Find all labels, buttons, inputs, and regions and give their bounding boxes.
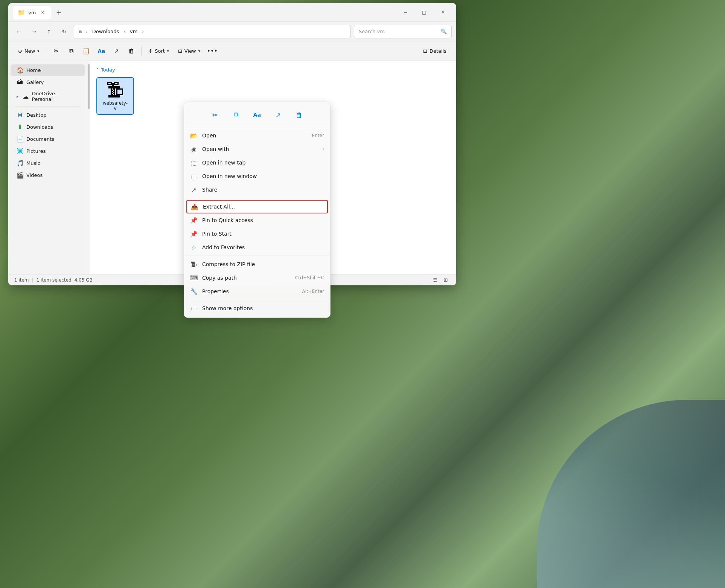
ctx-share-label: Share	[202, 187, 324, 193]
ctx-open-with[interactable]: ◉ Open with ›	[184, 142, 330, 156]
downloads-icon: ⬇	[17, 123, 23, 131]
address-bar[interactable]: 🖥 › Downloads › vm ›	[73, 25, 351, 38]
list-view-button[interactable]: ☰	[431, 276, 440, 285]
view-button[interactable]: ⊞ View ▾	[174, 46, 204, 56]
address-bar-row: ← → ↑ ↻ 🖥 › Downloads › vm › Search vm 🔍	[8, 22, 456, 41]
pictures-icon: 🖼	[17, 148, 23, 155]
ctx-openwith-arrow: ›	[322, 146, 324, 152]
ctx-extract-all[interactable]: 📤 Extract All...	[186, 200, 328, 213]
ctx-newwindow-label: Open in new window	[202, 173, 324, 179]
new-button[interactable]: ⊕ New ▾	[14, 46, 43, 56]
ctx-add-favorites[interactable]: ☆ Add to Favorites	[184, 241, 330, 254]
sort-icon: ↕	[148, 48, 152, 54]
zip-folder-icon: 🗜	[106, 81, 124, 99]
maximize-button[interactable]: □	[416, 6, 433, 18]
ctx-showmore-label: Show more options	[202, 305, 324, 311]
sidebar-item-desktop[interactable]: 🖥 Desktop 📌	[11, 109, 85, 121]
paste-button[interactable]: 📋	[79, 44, 93, 58]
ctx-extract-label: Extract All...	[203, 204, 323, 210]
back-button[interactable]: ←	[13, 26, 25, 38]
ctx-delete-button[interactable]: 🗑	[292, 107, 307, 122]
rename-button[interactable]: Aa	[94, 44, 108, 58]
gallery-icon: 🏔	[17, 79, 23, 86]
sidebar-item-gallery[interactable]: 🏔 Gallery	[11, 76, 85, 88]
new-icon: ⊕	[18, 48, 22, 54]
sidebar-item-documents[interactable]: 📄 Documents 📌	[11, 133, 85, 145]
home-icon: 🏠	[17, 67, 23, 74]
ctx-properties-shortcut: Alt+Enter	[302, 289, 324, 294]
ctx-sep-1	[184, 198, 330, 198]
tab-item-vm[interactable]: 📁 vm ✕	[13, 6, 51, 19]
delete-icon: 🗑	[128, 47, 134, 55]
up-button[interactable]: ↑	[43, 26, 55, 38]
ctx-extract-icon: 📤	[191, 203, 198, 210]
ctx-properties-icon: 🔧	[190, 288, 198, 295]
copy-button[interactable]: ⧉	[64, 44, 78, 58]
ctx-share[interactable]: ↗ Share	[184, 183, 330, 197]
sidebar-scrollbar[interactable]	[87, 61, 90, 274]
context-menu-toolbar: ✂ ⧉ Aa ↗ 🗑	[184, 104, 330, 127]
ctx-pin-quick[interactable]: 📌 Pin to Quick access	[184, 213, 330, 227]
cut-button[interactable]: ✂	[49, 44, 63, 58]
new-chevron: ▾	[37, 49, 39, 53]
ctx-open-new-window[interactable]: ⬚ Open in new window	[184, 169, 330, 183]
ctx-show-more[interactable]: ⬚ Show more options	[184, 302, 330, 315]
window-controls: − □ ✕	[397, 6, 452, 18]
toolbar-sep-2	[141, 47, 142, 56]
file-name-websafety: websafety-v	[103, 101, 128, 111]
share-button[interactable]: ↗	[110, 44, 123, 58]
view-icon: ⊞	[178, 48, 182, 54]
ctx-rename-button[interactable]: Aa	[250, 107, 265, 122]
sidebar-item-pictures[interactable]: 🖼 Pictures 📌	[11, 145, 85, 157]
ctx-open-new-tab[interactable]: ⬚ Open in new tab	[184, 156, 330, 169]
ctx-share-icon: ↗	[190, 186, 198, 193]
ctx-copy-button[interactable]: ⧉	[228, 107, 244, 122]
refresh-button[interactable]: ↻	[58, 26, 70, 38]
close-button[interactable]: ✕	[434, 6, 452, 18]
sort-label: Sort	[155, 48, 165, 54]
delete-button[interactable]: 🗑	[125, 44, 138, 58]
sidebar-pictures-label: Pictures	[26, 148, 46, 154]
ctx-compress-zip[interactable]: 🗜 Compress to ZIP file	[184, 257, 330, 271]
view-label: View	[184, 48, 196, 54]
grid-view-button[interactable]: ⊞	[441, 276, 450, 285]
sidebar-downloads-label: Downloads	[26, 124, 53, 130]
sidebar-item-home[interactable]: 🏠 Home	[11, 64, 85, 76]
selected-count: 1 item selected	[37, 277, 72, 283]
sort-button[interactable]: ↕ Sort ▾	[145, 46, 173, 56]
desktop-icon: 🖥	[17, 111, 23, 119]
ctx-copy-path[interactable]: ⌨ Copy as path Ctrl+Shift+C	[184, 271, 330, 285]
search-placeholder: Search vm	[359, 29, 385, 34]
ctx-pinquick-label: Pin to Quick access	[202, 217, 324, 223]
music-icon: 🎵	[17, 160, 23, 167]
tab-close-button[interactable]: ✕	[39, 9, 46, 16]
section-header-today[interactable]: ˅ Today	[96, 67, 450, 73]
file-item-websafety[interactable]: 🗜 websafety-v	[96, 77, 134, 115]
minimize-button[interactable]: −	[397, 6, 414, 18]
sidebar-documents-label: Documents	[26, 136, 54, 142]
address-downloads[interactable]: Downloads	[91, 28, 120, 35]
ctx-properties[interactable]: 🔧 Properties Alt+Enter	[184, 285, 330, 298]
sidebar-item-downloads[interactable]: ⬇ Downloads 📌	[11, 121, 85, 133]
ctx-open-icon: 📂	[190, 132, 198, 139]
sidebar-item-videos[interactable]: 🎬 Videos 📌	[11, 169, 85, 181]
sidebar-item-music[interactable]: 🎵 Music 📌	[11, 157, 85, 169]
details-button[interactable]: ⊟ Details	[419, 46, 450, 56]
title-bar: 📁 vm ✕ + − □ ✕	[8, 3, 456, 22]
address-vm[interactable]: vm	[128, 28, 139, 35]
ctx-newtab-icon: ⬚	[190, 159, 198, 166]
ctx-cut-button[interactable]: ✂	[207, 107, 222, 122]
ctx-open[interactable]: 📂 Open Enter	[184, 129, 330, 142]
search-bar[interactable]: Search vm 🔍	[354, 25, 452, 38]
new-tab-button[interactable]: +	[53, 6, 65, 18]
more-button[interactable]: •••	[206, 44, 219, 58]
sidebar-videos-label: Videos	[26, 172, 43, 178]
ctx-share-button[interactable]: ↗	[271, 107, 286, 122]
ctx-pin-start[interactable]: 📌 Pin to Start	[184, 227, 330, 241]
toolbar: ⊕ New ▾ ✂ ⧉ 📋 Aa ↗ 🗑 ↕ Sort ▾ ⊞	[8, 41, 456, 61]
search-icon: 🔍	[441, 29, 447, 34]
sidebar-item-onedrive[interactable]: ▸ ☁ OneDrive - Personal	[11, 88, 85, 104]
rename-icon: Aa	[97, 48, 105, 54]
forward-button[interactable]: →	[28, 26, 40, 38]
sort-chevron: ▾	[167, 49, 169, 53]
